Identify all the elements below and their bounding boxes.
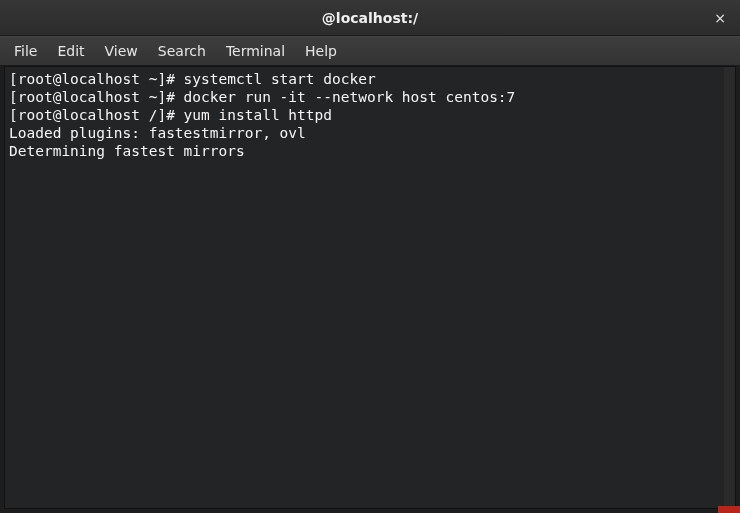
menu-view[interactable]: View [95,39,148,63]
terminal-line: [root@localhost /]# yum install httpd [9,106,731,124]
terminal-line: [root@localhost ~]# docker run -it --net… [9,88,731,106]
scrollbar[interactable] [724,67,735,508]
terminal-window: @localhost:/ × File Edit View Search Ter… [0,0,740,513]
menu-file[interactable]: File [4,39,47,63]
close-button[interactable]: × [708,6,732,30]
titlebar[interactable]: @localhost:/ × [0,0,740,36]
menu-terminal[interactable]: Terminal [216,39,295,63]
terminal-viewport[interactable]: [root@localhost ~]# systemctl start dock… [4,66,736,509]
menu-edit[interactable]: Edit [47,39,94,63]
menu-search[interactable]: Search [148,39,216,63]
terminal-line: Determining fastest mirrors [9,142,731,160]
window-title: @localhost:/ [322,10,418,26]
terminal-line: [root@localhost ~]# systemctl start dock… [9,70,731,88]
indicator-badge [718,506,740,513]
close-icon: × [714,10,726,26]
menubar: File Edit View Search Terminal Help [0,36,740,66]
terminal-line: Loaded plugins: fastestmirror, ovl [9,124,731,142]
menu-help[interactable]: Help [295,39,347,63]
